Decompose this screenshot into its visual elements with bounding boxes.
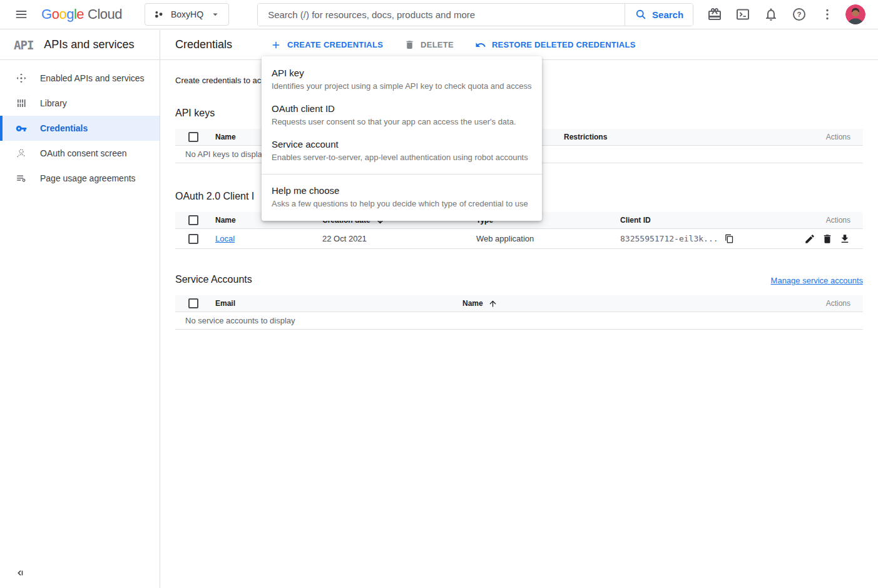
create-credentials-button[interactable]: CREATE CREDENTIALS (270, 39, 383, 51)
sidebar-item-library[interactable]: Library (0, 91, 160, 116)
help-button[interactable]: ? (792, 7, 807, 22)
sidebar-item-label: Page usage agreements (40, 173, 136, 183)
sidebar-title: APIs and services (44, 38, 134, 51)
project-selector[interactable]: BoxyHQ (145, 3, 229, 26)
select-all-cell (175, 298, 215, 308)
edit-icon[interactable] (804, 233, 815, 245)
vertical-dots-icon (820, 7, 835, 22)
select-all-checkbox[interactable] (188, 132, 198, 142)
sidebar-header: API APIs and services (0, 30, 160, 60)
google-cloud-logo[interactable]: Google Cloud (41, 6, 122, 23)
sidebar-item-credentials[interactable]: Credentials (0, 116, 160, 141)
api-product-logo: API (14, 38, 33, 52)
service-accounts-heading-row: Service Accounts Manage service accounts (175, 274, 863, 285)
column-actions: Actions (803, 299, 863, 308)
type-cell: Web application (476, 234, 620, 243)
sidebar-item-page-usage[interactable]: Page usage agreements (0, 166, 160, 191)
menu-item-title: Service account (272, 138, 532, 151)
client-id-cell: 83255951712-eil3k... (620, 234, 803, 243)
avatar[interactable] (845, 4, 865, 24)
menu-item-description: Asks a few questions to help you decide … (272, 198, 532, 210)
collapse-panel-icon (15, 568, 25, 578)
table-row: Local 22 Oct 2021 Web application 832559… (175, 229, 863, 249)
plus-icon (270, 39, 282, 51)
toolbar: CREATE CREDENTIALS DELETE RESTORE DELETE… (270, 39, 636, 51)
page-header: Credentials CREATE CREDENTIALS DELETE RE… (160, 30, 878, 60)
delete-button[interactable]: DELETE (404, 39, 454, 50)
menu-divider (262, 174, 542, 175)
sidebar-item-oauth-consent[interactable]: OAuth consent screen (0, 141, 160, 166)
download-icon[interactable] (839, 233, 850, 245)
client-name-link[interactable]: Local (215, 234, 235, 243)
column-restrictions: Restrictions (564, 133, 803, 141)
column-actions: Actions (803, 216, 863, 225)
row-checkbox[interactable] (188, 234, 198, 244)
client-id-value: 83255951712-eil3k... (620, 234, 718, 243)
svg-text:?: ? (797, 11, 801, 18)
logo-letter: o (59, 6, 66, 23)
undo-icon (475, 39, 486, 51)
sort-ascending-icon (488, 299, 498, 308)
key-icon (16, 123, 27, 134)
menu-item-service-account[interactable]: Service account Enables server-to-server… (262, 133, 542, 169)
search-button[interactable]: Search (625, 4, 693, 26)
topbar-actions: ? (707, 4, 865, 24)
menu-item-title: API key (272, 67, 532, 79)
help-icon: ? (792, 7, 807, 22)
project-icon (153, 9, 165, 21)
sidebar-item-enabled-apis[interactable]: Enabled APIs and services (0, 66, 160, 91)
column-name[interactable]: Name (462, 299, 803, 308)
menu-item-oauth-client-id[interactable]: OAuth client ID Requests user consent so… (262, 98, 542, 133)
service-accounts-empty-row: No service accounts to display (175, 312, 863, 330)
search-input[interactable] (258, 4, 625, 26)
manage-service-accounts-link[interactable]: Manage service accounts (771, 276, 863, 285)
column-client-id: Client ID (620, 216, 803, 225)
create-credentials-menu: API key Identifies your project using a … (262, 56, 542, 221)
column-actions: Actions (803, 133, 863, 141)
logo-cloud-text: Cloud (88, 6, 122, 23)
sidebar-item-label: Enabled APIs and services (40, 73, 145, 83)
caret-down-icon (210, 9, 221, 20)
sidebar-item-label: OAuth consent screen (40, 148, 127, 158)
logo-letter: o (52, 6, 59, 23)
search-icon (635, 8, 647, 21)
more-options-button[interactable] (820, 7, 835, 22)
select-all-checkbox[interactable] (188, 298, 198, 308)
library-icon (16, 98, 27, 109)
column-email: Email (215, 299, 462, 308)
offers-button[interactable] (707, 7, 722, 22)
notifications-button[interactable] (763, 7, 778, 22)
select-all-cell (175, 132, 215, 142)
select-all-checkbox[interactable] (188, 215, 198, 225)
gift-icon (707, 7, 722, 22)
copy-icon[interactable] (725, 234, 734, 243)
menu-item-api-key[interactable]: API key Identifies your project using a … (262, 62, 542, 98)
search-bar: Search (257, 3, 693, 26)
bell-icon (763, 7, 778, 22)
restore-label: RESTORE DELETED CREDENTIALS (492, 40, 636, 49)
sidebar-item-label: Library (40, 98, 67, 108)
trash-icon (404, 39, 415, 50)
menu-item-description: Identifies your project using a simple A… (272, 81, 532, 92)
hamburger-icon (14, 8, 28, 21)
delete-icon[interactable] (822, 233, 833, 245)
logo-letter: G (41, 6, 52, 23)
select-all-cell (175, 215, 215, 225)
column-name-label: Name (462, 299, 483, 308)
page-title: Credentials (175, 38, 232, 51)
menu-button[interactable] (13, 6, 30, 23)
logo-letter: g (66, 6, 74, 23)
collapse-sidebar-button[interactable] (13, 565, 28, 580)
restore-deleted-credentials-button[interactable]: RESTORE DELETED CREDENTIALS (475, 39, 636, 51)
project-name: BoxyHQ (171, 9, 203, 19)
menu-item-title: Help me choose (272, 185, 532, 197)
sidebar-nav: Enabled APIs and services Library Creden… (0, 60, 160, 191)
service-accounts-table-header: Email Name Actions (175, 295, 863, 312)
menu-item-description: Enables server-to-server, app-level auth… (272, 152, 532, 163)
enabled-apis-icon (16, 73, 27, 84)
menu-item-description: Requests user consent so that your app c… (272, 116, 532, 128)
service-accounts-heading: Service Accounts (175, 274, 252, 285)
menu-item-help-me-choose[interactable]: Help me choose Asks a few questions to h… (262, 180, 542, 215)
agreements-icon (16, 173, 27, 184)
cloud-shell-button[interactable] (735, 7, 750, 22)
